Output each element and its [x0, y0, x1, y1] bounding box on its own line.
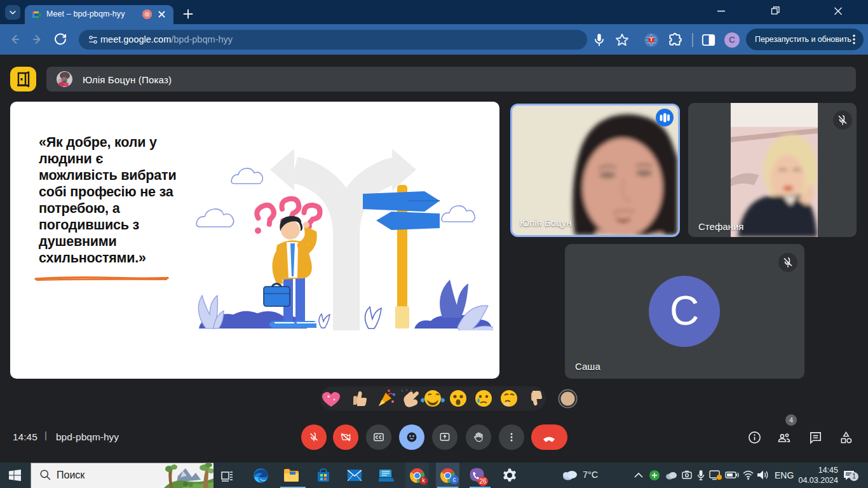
svg-text:T: T [649, 36, 653, 43]
